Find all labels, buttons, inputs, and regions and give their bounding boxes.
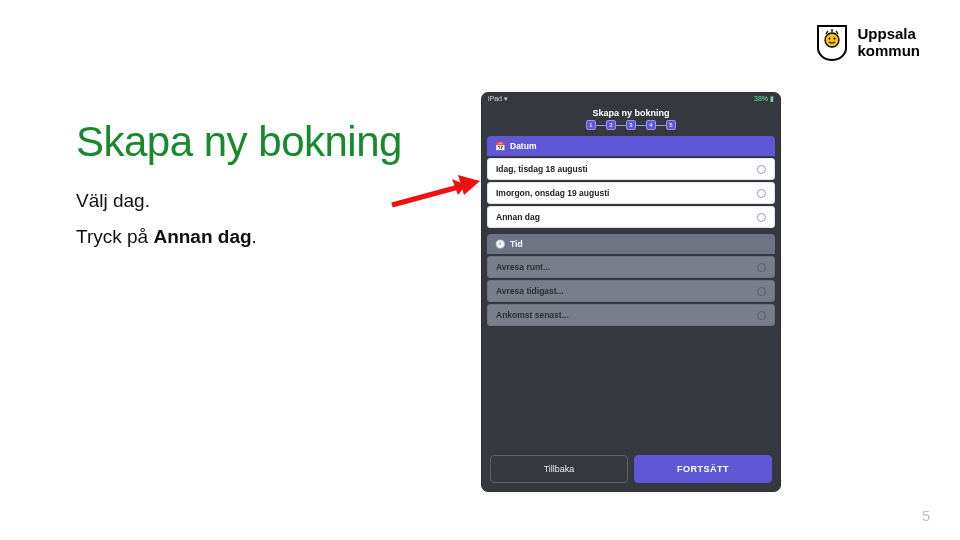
instruction-prefix: Tryck på [76, 226, 153, 247]
instruction-bold: Annan dag [153, 226, 251, 247]
phone-screenshot: iPad ▾ 38% ▮ Skapa ny bokning 1 2 3 4 5 … [481, 92, 781, 492]
svg-point-0 [825, 33, 839, 47]
svg-point-1 [829, 38, 831, 40]
option-label: Avresa runt... [496, 262, 550, 272]
logo-text-line1: Uppsala [857, 25, 920, 42]
phone-footer: Tillbaka FORTSÄTT [482, 455, 780, 483]
radio-icon [757, 189, 766, 198]
pointer-arrow-icon [388, 175, 488, 211]
instruction-line-2: Tryck på Annan dag. [76, 226, 257, 248]
status-right: 38% ▮ [754, 95, 774, 103]
instruction-suffix: . [252, 226, 257, 247]
step-connector [616, 125, 626, 126]
progress-stepper: 1 2 3 4 5 [482, 120, 780, 136]
radio-icon [757, 311, 766, 320]
option-label: Avresa tidigast... [496, 286, 564, 296]
slide: Uppsala kommun Skapa ny bokning Välj dag… [0, 0, 960, 540]
section-time-label: Tid [510, 239, 523, 249]
svg-point-2 [834, 38, 836, 40]
section-date-label: Datum [510, 141, 536, 151]
logo-text: Uppsala kommun [857, 25, 920, 59]
step-3: 3 [626, 120, 636, 130]
calendar-icon: 📅 [495, 141, 506, 151]
date-option-tomorrow[interactable]: Imorgon, onsdag 19 augusti [487, 182, 775, 204]
radio-icon [757, 165, 766, 174]
status-left: iPad ▾ [488, 95, 508, 103]
uppsala-kommun-logo: Uppsala kommun [815, 22, 920, 62]
section-header-date: 📅 Datum [487, 136, 775, 156]
step-2: 2 [606, 120, 616, 130]
radio-icon [757, 213, 766, 222]
page-title: Skapa ny bokning [76, 118, 402, 166]
option-label: Imorgon, onsdag 19 augusti [496, 188, 609, 198]
step-4: 4 [646, 120, 656, 130]
option-label: Annan dag [496, 212, 540, 222]
time-option-depart-around[interactable]: Avresa runt... [487, 256, 775, 278]
step-connector [596, 125, 606, 126]
step-connector [636, 125, 646, 126]
time-option-depart-earliest[interactable]: Avresa tidigast... [487, 280, 775, 302]
svg-marker-5 [458, 175, 480, 195]
section-header-time: 🕘 Tid [487, 234, 775, 254]
back-button[interactable]: Tillbaka [490, 455, 628, 483]
option-label: Idag, tisdag 18 augusti [496, 164, 588, 174]
radio-icon [757, 287, 766, 296]
svg-line-3 [392, 185, 466, 205]
logo-text-line2: kommun [857, 42, 920, 59]
date-option-today[interactable]: Idag, tisdag 18 augusti [487, 158, 775, 180]
time-option-arrive-latest[interactable]: Ankomst senast... [487, 304, 775, 326]
uppsala-crest-icon [815, 22, 849, 62]
page-number: 5 [922, 508, 930, 524]
status-bar: iPad ▾ 38% ▮ [482, 93, 780, 105]
continue-button[interactable]: FORTSÄTT [634, 455, 772, 483]
step-connector [656, 125, 666, 126]
clock-icon: 🕘 [495, 239, 506, 249]
date-option-other[interactable]: Annan dag [487, 206, 775, 228]
step-1: 1 [586, 120, 596, 130]
instruction-line-1: Välj dag. [76, 190, 150, 212]
option-label: Ankomst senast... [496, 310, 569, 320]
radio-icon [757, 263, 766, 272]
screen-title: Skapa ny bokning [482, 105, 780, 120]
step-5: 5 [666, 120, 676, 130]
